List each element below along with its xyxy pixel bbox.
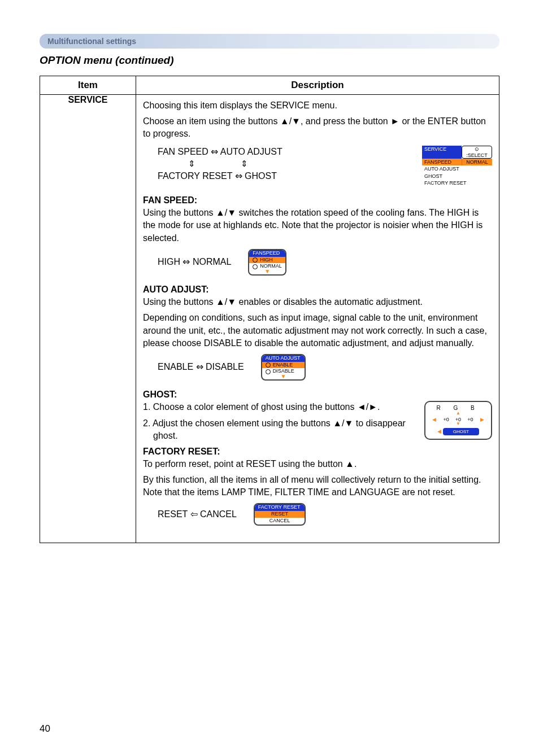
left-arrow-icon	[432, 416, 437, 423]
autoadjust-heading: AUTO ADJUST:	[143, 283, 492, 296]
up-down-arrow-icon: ⇕	[188, 159, 241, 168]
factoryreset-box-title: FACTORY RESET	[255, 504, 305, 511]
left-arrow-icon: ◀	[437, 429, 441, 434]
right-arrow-icon	[479, 416, 484, 423]
factoryreset-opt-reset: RESET	[255, 511, 305, 518]
autoadjust-section: AUTO ADJUST: Using the buttons ▲/▼ enabl…	[143, 283, 492, 381]
service-box-select: ⊙ :SELECT	[462, 146, 492, 159]
factoryreset-text1: To perform reset, point at RESET using t…	[143, 458, 492, 470]
ghost-label-button: GHOST	[443, 428, 479, 435]
item-name-cell: SERVICE	[40, 95, 136, 543]
ghost-val-b: +0	[467, 416, 473, 423]
up-down-arrow-icon: ⇕	[241, 159, 293, 168]
ghost-box: R G B ▲ +0 +0 +0 ▼ ◀ G	[424, 401, 492, 440]
service-box-r1: AUTO ADJUST	[422, 165, 492, 172]
autoadjust-opt-enable: ENABLE	[273, 362, 293, 368]
nav-options: FAN SPEED ⇔ AUTO ADJUST ⇕⇕ FACTORY RESET…	[143, 146, 293, 182]
ghost-section: GHOST: 1. Choose a color element of ghos…	[143, 388, 492, 445]
nav-arrows: ⇕⇕	[158, 158, 293, 170]
fanspeed-box-title: FANSPEED	[249, 250, 285, 257]
service-menu-box: SERVICE ⊙ :SELECT FANSPEED NORMAL AUTO A…	[422, 146, 492, 186]
fanspeed-opt-high: HIGH	[260, 257, 273, 263]
autoadjust-box-title: AUTO ADJUST	[262, 355, 305, 362]
service-table: Item Description SERVICE Choosing this i…	[40, 76, 499, 543]
th-item: Item	[40, 76, 136, 95]
page-number: 40	[40, 723, 50, 735]
fanspeed-toggle: HIGH ⇔ NORMAL	[158, 256, 231, 268]
service-box-normal: NORMAL	[462, 159, 492, 165]
triangle-up-icon: ▲	[429, 412, 488, 415]
autoadjust-box: AUTO ADJUST ENABLE DISABLE ▼	[261, 354, 306, 381]
desc-cell: Choosing this item displays the SERVICE …	[136, 95, 499, 543]
factoryreset-toggle-row: RESET ⇦ CANCEL FACTORY RESET RESET CANCE…	[158, 503, 492, 526]
page-root: Multifunctional settings OPTION menu (co…	[0, 0, 539, 566]
fanspeed-heading: FAN SPEED:	[143, 194, 492, 207]
triangle-down-icon: ▼	[249, 270, 285, 274]
service-box-r2: GHOST	[422, 173, 492, 180]
fanspeed-box: FANSPEED HIGH NORMAL ▼	[248, 249, 286, 276]
nav-line-1: FAN SPEED ⇔ AUTO ADJUST	[158, 146, 293, 158]
factoryreset-heading: FACTORY RESET:	[143, 445, 492, 458]
factoryreset-toggle: RESET ⇦ CANCEL	[158, 508, 237, 521]
fanspeed-opt-normal: NORMAL	[260, 263, 282, 269]
intro-2: Choose an item using the buttons ▲/▼, an…	[143, 115, 492, 140]
factoryreset-opt-cancel: CANCEL	[255, 518, 305, 525]
radio-empty-icon	[266, 368, 273, 374]
nav-line-3: FACTORY RESET ⇔ GHOST	[158, 170, 293, 182]
factoryreset-section: FACTORY RESET: To perform reset, point a…	[143, 445, 492, 526]
service-box-fanspeed: FANSPEED	[422, 159, 462, 165]
fanspeed-section: FAN SPEED: Using the buttons ▲/▼ switche…	[143, 194, 492, 276]
service-box-title: SERVICE	[422, 146, 462, 159]
autoadjust-text1: Using the buttons ▲/▼ enables or disable…	[143, 296, 492, 308]
radio-selected-icon	[266, 362, 273, 368]
radio-selected-icon	[253, 257, 260, 263]
service-box-r3: FACTORY RESET	[422, 180, 492, 186]
factoryreset-box: FACTORY RESET RESET CANCEL	[254, 503, 306, 526]
factoryreset-text2: By this function, all the items in all o…	[143, 474, 492, 499]
fanspeed-text: Using the buttons ▲/▼ switches the rotat…	[143, 207, 492, 244]
section-bar-text: Multifunctional settings	[47, 37, 136, 46]
th-desc: Description	[136, 76, 499, 95]
ghost-step2: 2. Adjust the chosen element using the b…	[143, 417, 419, 442]
fanspeed-toggle-row: HIGH ⇔ NORMAL FANSPEED HIGH NORMAL ▼	[158, 249, 492, 276]
autoadjust-text2: Depending on conditions, such as input i…	[143, 312, 492, 349]
nav-row: FAN SPEED ⇔ AUTO ADJUST ⇕⇕ FACTORY RESET…	[143, 146, 492, 186]
triangle-down-icon: ▼	[262, 375, 305, 379]
ghost-step1: 1. Choose a color element of ghost using…	[143, 401, 419, 413]
autoadjust-toggle-row: ENABLE ⇔ DISABLE AUTO ADJUST ENABLE DISA…	[158, 354, 492, 381]
ghost-val-r: +0	[444, 416, 449, 423]
intro-1: Choosing this item displays the SERVICE …	[143, 99, 492, 112]
section-bar: Multifunctional settings	[40, 34, 499, 49]
ghost-heading: GHOST:	[143, 388, 492, 401]
menu-title: OPTION menu (continued)	[40, 54, 499, 67]
radio-empty-icon	[253, 263, 260, 269]
autoadjust-toggle: ENABLE ⇔ DISABLE	[158, 361, 244, 373]
